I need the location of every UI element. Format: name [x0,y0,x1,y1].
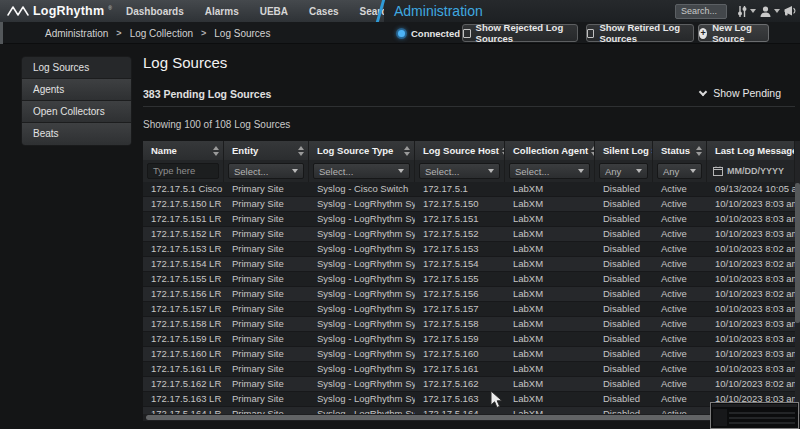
cell: LabXM [505,272,595,286]
logrhythm-logo[interactable]: LogRhythm ® [7,0,112,22]
filter-settings-menu[interactable] [736,5,756,18]
cell: Syslog - Cisco Switch [309,182,415,196]
cell: Disabled [595,212,653,226]
caret-down-icon [636,169,642,173]
table-row[interactable]: 172.17.5.157 LR Sysl...Primary SiteSyslo… [143,302,795,317]
cell: Active [653,197,707,211]
new-log-source-button[interactable]: + New Log Source [698,24,769,42]
filter-select-value: Select... [425,166,459,177]
table-row[interactable]: 172.17.5.154 LR Sysl...Primary SiteSyslo… [143,257,795,272]
cell: Active [653,317,707,331]
sort-icon[interactable] [696,146,702,156]
cell: Primary Site [224,317,309,331]
filter-select-log-source-host[interactable]: Select... [419,163,500,179]
column-header-log-source-host[interactable]: Log Source Host [415,141,505,160]
nav-item-ueba[interactable]: UEBA [260,6,288,17]
sort-icon[interactable] [404,146,410,156]
filter-select-log-source-type[interactable]: Select... [313,163,410,179]
filter-cell: MM/DD/YYYY [707,160,795,182]
table-row[interactable]: 172.17.5.163 LR Sysl...Primary SiteSyslo… [143,392,795,407]
breadcrumb: Administration>Log Collection>Log Source… [45,22,270,44]
table-row[interactable]: 172.17.5.159 LR Sysl...Primary SiteSyslo… [143,332,795,347]
cell: LabXM [505,302,595,316]
table-row[interactable]: 172.17.5.164 LR Sysl...Primary SiteSyslo… [143,407,795,414]
show-rejected-log-sources-button[interactable]: Show Rejected Log Sources [462,24,578,42]
filter-select-entity[interactable]: Select... [228,163,304,179]
filter-select-status[interactable]: Any [657,163,702,179]
column-header-status[interactable]: Status [653,141,707,160]
show-retired-log-sources-button[interactable]: Show Retired Log Sources [586,24,694,42]
nav-item-alarms[interactable]: Alarms [205,6,239,17]
preview-sidebar [713,409,727,426]
cell: 172.17.5.156 [415,287,505,301]
table-row[interactable]: 172.17.5.161 LR Sysl...Primary SiteSyslo… [143,362,795,377]
show-pending-toggle[interactable]: Show Pending [700,87,781,99]
sidebar-item-log-sources[interactable]: Log Sources [22,57,131,79]
table-header-row: NameEntityLog Source TypeLog Source Host… [143,141,795,160]
cell: Syslog - LogRhythm Syslog Ge... [309,197,415,211]
column-header-entity[interactable]: Entity [224,141,309,160]
sidebar-item-beats[interactable]: Beats [22,123,131,145]
cell: Disabled [595,197,653,211]
cell: 172.17.5.162 [415,377,505,391]
global-search-input[interactable]: Search... [675,4,727,19]
cell: 10/10/2023 8:03 am [707,197,795,211]
cell: Active [653,272,707,286]
filter-input-name[interactable]: Type here [147,163,219,179]
column-header-collection-agent[interactable]: Collection Agent [505,141,595,160]
cell: 10/10/2023 8:02 am [707,287,795,301]
filter-select-collection-agent[interactable]: Select... [509,163,590,179]
nav-item-administration[interactable]: Administration [394,0,483,22]
cell: Active [653,377,707,391]
caret-down-icon [774,9,780,13]
vertical-scrollbar[interactable] [795,141,800,414]
table-row[interactable]: 172.17.5.153 LR Sysl...Primary SiteSyslo… [143,242,795,257]
column-header-silent-log-s[interactable]: Silent Log S... [595,141,653,160]
table-row[interactable]: 172.17.5.162 LR Sysl...Primary SiteSyslo… [143,377,795,392]
sidebar-item-open-collectors[interactable]: Open Collectors [22,101,131,123]
table-row[interactable]: 172.17.5.1 Cisco Swit...Primary SiteSysl… [143,182,795,197]
cell: 10/10/2023 8:03 am [707,347,795,361]
cell: Syslog - LogRhythm Syslog Ge... [309,212,415,226]
nav-item-cases[interactable]: Cases [309,6,338,17]
column-header-label: Entity [232,145,258,156]
cell: LabXM [505,227,595,241]
column-header-name[interactable]: Name [143,141,224,160]
breadcrumb-item-log-sources[interactable]: Log Sources [214,28,270,39]
breadcrumb-item-log-collection[interactable]: Log Collection [130,28,193,39]
horizontal-scrollbar[interactable] [143,414,795,421]
cell: Primary Site [224,287,309,301]
table-row[interactable]: 172.17.5.160 LR Sysl...Primary SiteSyslo… [143,347,795,362]
table-row[interactable]: 172.17.5.155 LR Sysl...Primary SiteSyslo… [143,272,795,287]
table-row[interactable]: 172.17.5.151 LR Sysl...Primary SiteSyslo… [143,212,795,227]
connected-status-dot [398,30,405,37]
preview-titlebar [712,404,797,407]
sort-icon[interactable] [213,146,219,156]
sidebar-item-agents[interactable]: Agents [22,79,131,101]
trademark-mark: ® [108,5,112,11]
nav-item-dashboards[interactable]: Dashboards [126,6,184,17]
cell: Syslog - LogRhythm Syslog Ge... [309,347,415,361]
sort-icon[interactable] [298,146,304,156]
caret-down-icon [578,169,584,173]
breadcrumb-item-administration[interactable]: Administration [45,28,108,39]
user-menu[interactable] [759,5,780,18]
cell: LabXM [505,347,595,361]
cell: 172.17.5.163 LR Sysl... [143,392,224,406]
announcements-button[interactable] [783,5,797,17]
cell: 172.17.5.164 LR Sysl... [143,407,224,414]
filter-date-last-log-message[interactable]: MM/DD/YYYY [711,163,790,179]
table-row[interactable]: 172.17.5.150 LR Sysl...Primary SiteSyslo… [143,197,795,212]
filter-select-silent-log-s[interactable]: Any [599,163,648,179]
horizontal-scrollbar-thumb[interactable] [146,415,768,420]
table-row[interactable]: 172.17.5.152 LR Sysl...Primary SiteSyslo… [143,227,795,242]
cell: LabXM [505,362,595,376]
cell: 172.17.5.161 [415,362,505,376]
column-header-log-source-type[interactable]: Log Source Type [309,141,415,160]
vertical-scrollbar-thumb[interactable] [795,183,800,323]
table-row[interactable]: 172.17.5.156 LR Sysl...Primary SiteSyslo… [143,287,795,302]
table-row[interactable]: 172.17.5.158 LR Sysl...Primary SiteSyslo… [143,317,795,332]
column-header-last-log-message[interactable]: Last Log Message [707,141,795,160]
cell: LabXM [505,392,595,406]
megaphone-icon [783,5,797,17]
